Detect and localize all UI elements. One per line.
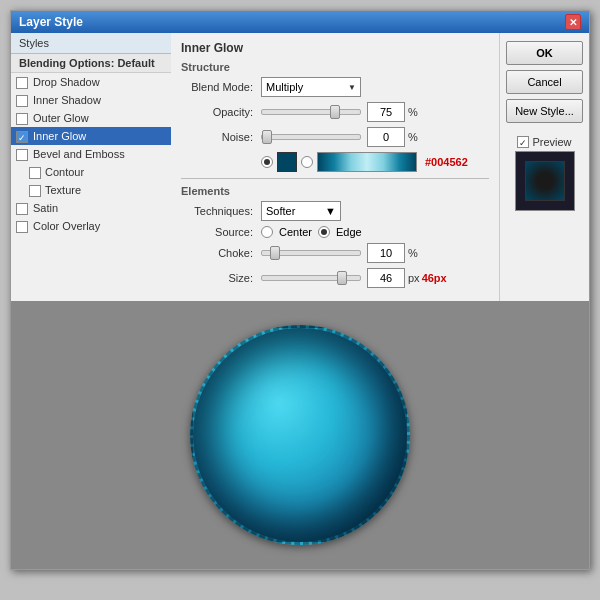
drop-shadow-label: Drop Shadow (33, 76, 100, 88)
blend-mode-select[interactable]: Multiply ▼ (261, 77, 361, 97)
size-input[interactable] (367, 268, 405, 288)
options-panel: Inner Glow Structure Blend Mode: Multipl… (171, 33, 499, 301)
sidebar-item-contour[interactable]: Contour (11, 163, 171, 181)
opacity-unit: % (408, 106, 418, 118)
cancel-button[interactable]: Cancel (506, 70, 583, 94)
title-bar: Layer Style ✕ (11, 11, 589, 33)
texture-label: Texture (45, 184, 81, 196)
technique-select[interactable]: Softer ▼ (261, 201, 341, 221)
noise-slider-thumb[interactable] (262, 130, 272, 144)
color-radio-color[interactable] (261, 156, 273, 168)
gradient-swatch[interactable] (317, 152, 417, 172)
sidebar-item-inner-glow[interactable]: ✓ Inner Glow (11, 127, 171, 145)
choke-slider[interactable] (261, 250, 361, 256)
color-swatch[interactable] (277, 152, 297, 172)
choke-row: Choke: % (181, 243, 489, 263)
preview-section: ✓ Preview (506, 136, 583, 211)
preview-inner (525, 161, 565, 201)
color-row: #004562 (181, 152, 489, 172)
sidebar-item-texture[interactable]: Texture (11, 181, 171, 199)
opacity-slider-thumb[interactable] (330, 105, 340, 119)
size-slider[interactable] (261, 275, 361, 281)
source-row: Source: Center Edge (181, 226, 489, 238)
close-button[interactable]: ✕ (565, 14, 581, 30)
opacity-label: Opacity: (181, 106, 261, 118)
color-controls: #004562 (261, 152, 468, 172)
color-overlay-checkbox[interactable] (16, 221, 28, 233)
size-label: Size: (181, 272, 261, 284)
sidebar-item-inner-shadow[interactable]: Inner Shadow (11, 91, 171, 109)
section-divider (181, 178, 489, 179)
sidebar-item-color-overlay[interactable]: Color Overlay (11, 217, 171, 235)
source-controls: Center Edge (261, 226, 362, 238)
technique-arrow-icon: ▼ (325, 205, 336, 217)
blend-mode-row: Blend Mode: Multiply ▼ (181, 77, 489, 97)
dialog-body: Styles Blending Options: Default Drop Sh… (11, 33, 589, 301)
color-radio-gradient[interactable] (301, 156, 313, 168)
outer-glow-label: Outer Glow (33, 112, 89, 124)
choke-slider-thumb[interactable] (270, 246, 280, 260)
source-edge-radio[interactable] (318, 226, 330, 238)
structure-subtitle: Structure (181, 61, 489, 73)
noise-row: Noise: % (181, 127, 489, 147)
bevel-emboss-label: Bevel and Emboss (33, 148, 125, 160)
color-overlay-label: Color Overlay (33, 220, 100, 232)
inner-glow-label: Inner Glow (33, 130, 86, 142)
size-row: Size: px 46px (181, 268, 489, 288)
source-center-radio[interactable] (261, 226, 273, 238)
bevel-emboss-checkbox[interactable] (16, 149, 28, 161)
sidebar-item-satin[interactable]: Satin (11, 199, 171, 217)
noise-slider[interactable] (261, 134, 361, 140)
preview-checkbox[interactable]: ✓ (517, 136, 529, 148)
technique-row: Techniques: Softer ▼ (181, 201, 489, 221)
preview-box (515, 151, 575, 211)
inner-shadow-label: Inner Shadow (33, 94, 101, 106)
section-title: Inner Glow (181, 41, 489, 55)
color-hex-label: #004562 (425, 156, 468, 168)
source-edge-label: Edge (336, 226, 362, 238)
opacity-slider[interactable] (261, 109, 361, 115)
noise-input[interactable] (367, 127, 405, 147)
source-label: Source: (181, 226, 261, 238)
noise-label: Noise: (181, 131, 261, 143)
blending-label: Blending Options: Default (19, 57, 155, 69)
size-unit: px (408, 272, 420, 284)
elements-subtitle: Elements (181, 185, 489, 197)
noise-unit: % (408, 131, 418, 143)
size-highlight: 46px (422, 272, 447, 284)
satin-label: Satin (33, 202, 58, 214)
blend-mode-arrow-icon: ▼ (348, 83, 356, 92)
blend-mode-label: Blend Mode: (181, 81, 261, 93)
outer-glow-checkbox[interactable] (16, 113, 28, 125)
drop-shadow-checkbox[interactable] (16, 77, 28, 89)
styles-header: Styles (11, 33, 171, 54)
layer-style-dialog: Layer Style ✕ Styles Blending Options: D… (10, 10, 590, 570)
ok-button[interactable]: OK (506, 41, 583, 65)
texture-checkbox[interactable] (29, 185, 41, 197)
sidebar-item-bevel-emboss[interactable]: Bevel and Emboss (11, 145, 171, 163)
opacity-input[interactable] (367, 102, 405, 122)
technique-label: Techniques: (181, 205, 261, 217)
styles-panel: Styles Blending Options: Default Drop Sh… (11, 33, 171, 301)
satin-checkbox[interactable] (16, 203, 28, 215)
sidebar-item-drop-shadow[interactable]: Drop Shadow (11, 73, 171, 91)
preview-circle (190, 325, 410, 545)
technique-value: Softer (266, 205, 295, 217)
choke-label: Choke: (181, 247, 261, 259)
dialog-title: Layer Style (19, 15, 83, 29)
choke-input[interactable] (367, 243, 405, 263)
inner-shadow-checkbox[interactable] (16, 95, 28, 107)
size-slider-thumb[interactable] (337, 271, 347, 285)
preview-label-text: Preview (532, 136, 571, 148)
source-center-label: Center (279, 226, 312, 238)
inner-glow-checkbox[interactable]: ✓ (16, 131, 28, 143)
action-panel: OK Cancel New Style... ✓ Preview (499, 33, 589, 301)
sidebar-item-outer-glow[interactable]: Outer Glow (11, 109, 171, 127)
new-style-button[interactable]: New Style... (506, 99, 583, 123)
opacity-row: Opacity: % (181, 102, 489, 122)
choke-unit: % (408, 247, 418, 259)
contour-label: Contour (45, 166, 84, 178)
canvas-area (11, 301, 589, 569)
contour-checkbox[interactable] (29, 167, 41, 179)
sidebar-item-blending[interactable]: Blending Options: Default (11, 54, 171, 73)
